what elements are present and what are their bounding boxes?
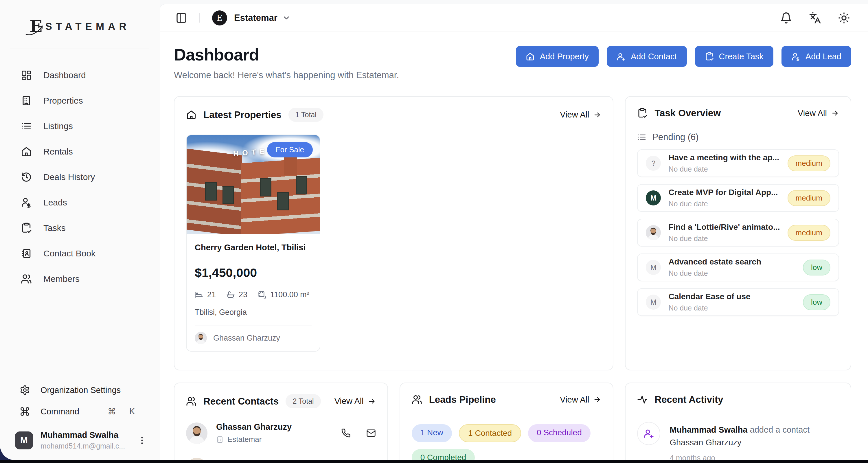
sidebar-item-label: Dashboard — [43, 70, 86, 80]
arrow-right-icon — [368, 397, 376, 405]
contact-row[interactable] — [186, 458, 376, 460]
view-all-contacts-link[interactable]: View All — [335, 396, 376, 406]
mail-icon[interactable] — [366, 428, 376, 438]
task-due-date: No due date — [669, 304, 795, 312]
user-plus-icon — [617, 52, 625, 61]
add-property-button[interactable]: Add Property — [516, 46, 599, 67]
card-title: Task Overview — [654, 107, 721, 119]
task-row[interactable]: Find a 'Lottie/Rive' animato... No due d… — [637, 219, 839, 247]
building-window — [277, 192, 289, 210]
sidebar-item-dashboard[interactable]: Dashboard — [0, 62, 160, 88]
task-assignee-avatar: M — [646, 295, 661, 310]
sidebar: E STATEMAR Dashboard Properties Listings — [0, 0, 160, 460]
gear-icon — [20, 385, 30, 395]
command-shortcut: ⌘ K — [107, 407, 135, 416]
home-icon — [21, 146, 32, 157]
task-due-date: No due date — [669, 269, 795, 278]
add-contact-button[interactable]: Add Contact — [607, 46, 687, 67]
sidebar-item-properties[interactable]: Properties — [0, 88, 160, 114]
view-all-properties-link[interactable]: View All — [560, 110, 601, 120]
task-row[interactable]: M Create MVP for Digital App... No due d… — [637, 184, 839, 212]
page-header: Dashboard Welcome back! Here's what's ha… — [174, 45, 851, 81]
sidebar-item-rentals[interactable]: Rentals — [0, 139, 160, 164]
card-title: Latest Properties — [204, 110, 281, 120]
agent-name: Ghassan Gharzuzy — [213, 334, 280, 343]
activity-actor: Muhammad Swalha — [670, 425, 747, 434]
shortcut-mod: ⌘ — [107, 407, 116, 416]
property-image: HOTEL For Sale — [187, 135, 320, 234]
sidebar-user[interactable]: M Muhammad Swalha mohamd514.m@gmail.c... — [15, 430, 147, 450]
phone-icon[interactable] — [341, 428, 351, 438]
sidebar-item-members[interactable]: Members — [0, 266, 160, 292]
command-icon — [20, 406, 30, 417]
view-all-leads-link[interactable]: View All — [560, 395, 601, 405]
property-name: Cherry Garden Hotel, Tbilisi — [195, 243, 312, 252]
user-dollar-icon — [791, 52, 800, 61]
property-price: $1,450,000 — [195, 266, 312, 280]
theme-sun-icon[interactable] — [838, 12, 850, 24]
history-icon — [21, 172, 32, 183]
sidebar-item-contact-book[interactable]: Contact Book — [0, 241, 160, 266]
building-icon — [216, 436, 224, 443]
sidebar-item-listings[interactable]: Listings — [0, 114, 160, 139]
property-agent: Ghassan Gharzuzy — [195, 326, 312, 351]
task-row[interactable]: M Calendar Ease of use No due date low — [637, 288, 839, 316]
task-row[interactable]: M Advanced estate search No due date low — [637, 253, 839, 281]
activity-timestamp: 4 months ago — [670, 454, 810, 460]
stage-badge-contacted[interactable]: 1 Contacted — [459, 424, 521, 442]
task-row[interactable]: ? Have a meeting with the ap... No due d… — [637, 149, 839, 177]
workspace-switcher[interactable]: E Estatemar — [212, 10, 291, 26]
card-header: Recent Contacts 2 Total View All — [186, 394, 376, 408]
language-icon[interactable] — [809, 12, 821, 24]
building-window — [222, 186, 234, 204]
activity-type-badge — [637, 422, 660, 445]
count-badge: 1 Total — [288, 107, 323, 122]
leads-pipeline-card: Leads Pipeline View All 1 New 1 Contacte… — [400, 382, 614, 460]
list-icon — [637, 132, 646, 142]
bell-icon[interactable] — [780, 12, 792, 24]
sidebar-item-tasks[interactable]: Tasks — [0, 215, 160, 241]
home-icon — [526, 52, 535, 61]
stage-badge-scheduled[interactable]: 0 Scheduled — [528, 424, 591, 442]
sidebar-item-label: Members — [43, 274, 80, 284]
contact-avatar — [186, 423, 208, 444]
priority-badge: low — [803, 259, 830, 276]
activity-text: Muhammad Swalha added a contact Ghassan … — [670, 422, 810, 460]
main-area: E Estatemar Dashboard Welcome back! Here… — [160, 0, 868, 460]
card-title: Recent Contacts — [204, 396, 279, 407]
building-chimney — [284, 157, 297, 175]
task-check-icon — [705, 52, 714, 61]
activity-icon — [637, 394, 648, 405]
page-subtitle: Welcome back! Here's what's happening wi… — [174, 70, 399, 81]
baths-stat: 23 — [226, 290, 247, 299]
kebab-menu-icon[interactable] — [137, 435, 147, 445]
sidebar-item-deals-history[interactable]: Deals History — [0, 164, 160, 190]
sidebar-toggle-icon[interactable] — [176, 12, 187, 24]
main-panel: E Estatemar Dashboard Welcome back! Here… — [160, 4, 868, 460]
quick-actions: Add Property Add Contact Create Task — [516, 46, 851, 67]
users-icon — [21, 274, 32, 284]
bath-icon — [226, 290, 235, 299]
task-due-date: No due date — [669, 200, 780, 208]
sidebar-item-label: Tasks — [43, 223, 66, 233]
contact-row[interactable]: Ghassan Gharzuzy Estatemar — [186, 422, 376, 444]
contact-actions — [341, 428, 376, 438]
stage-badge-completed[interactable]: 0 Completed — [412, 449, 475, 460]
card-header: Recent Activity — [637, 394, 839, 405]
add-lead-button[interactable]: Add Lead — [781, 46, 851, 67]
building-window — [296, 176, 307, 194]
sidebar-item-leads[interactable]: Leads — [0, 190, 160, 215]
area-stat: 1100.00 m² — [258, 290, 309, 299]
view-all-tasks-link[interactable]: View All — [798, 109, 839, 118]
property-card[interactable]: HOTEL For Sale Cherry Garden Hotel, Tbil… — [186, 134, 320, 351]
sidebar-item-organization-settings[interactable]: Organization Settings — [0, 379, 160, 401]
task-due-date: No due date — [669, 165, 780, 173]
dashboard-content: Dashboard Welcome back! Here's what's ha… — [160, 32, 868, 460]
user-name: Muhammad Swalha — [40, 430, 125, 440]
sidebar-item-command[interactable]: Command ⌘ K — [0, 401, 160, 422]
create-task-button[interactable]: Create Task — [695, 46, 773, 67]
stage-badge-new[interactable]: 1 New — [412, 424, 452, 442]
task-title: Create MVP for Digital App... — [669, 188, 780, 197]
building-icon — [21, 95, 32, 106]
brand-swoosh-icon — [26, 24, 46, 36]
